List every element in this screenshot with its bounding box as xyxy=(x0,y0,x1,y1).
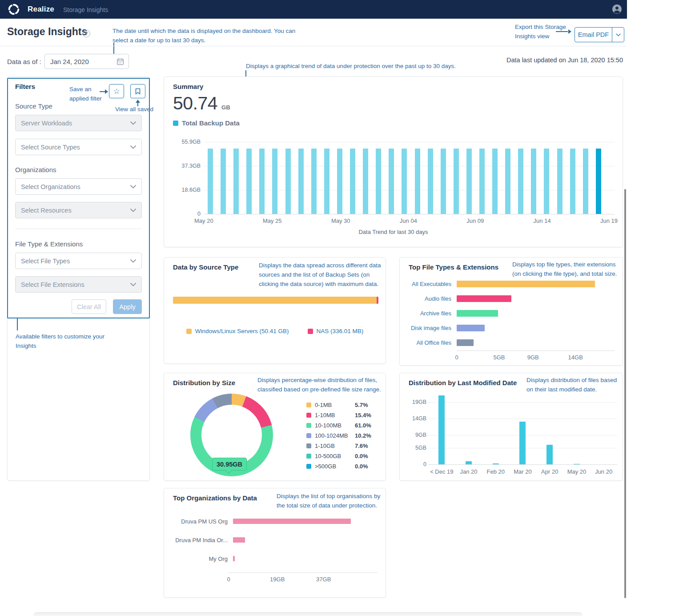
summary-bar[interactable] xyxy=(221,149,226,214)
clear-all-button[interactable]: Clear All xyxy=(72,299,106,314)
brand-name[interactable]: Realize xyxy=(28,5,54,14)
legend-item[interactable]: 0-1MB5.7% xyxy=(306,400,371,410)
summary-bar[interactable] xyxy=(531,149,536,214)
summary-bar[interactable] xyxy=(596,149,601,214)
summary-bar[interactable] xyxy=(376,149,381,214)
summary-bar[interactable] xyxy=(583,149,588,214)
view-saved-filters-button[interactable] xyxy=(130,84,145,98)
legend-item[interactable]: Windows/Linux Servers (50.41 GB) xyxy=(186,328,289,334)
bar[interactable] xyxy=(457,339,474,346)
bar[interactable] xyxy=(233,519,351,524)
summary-bar[interactable] xyxy=(518,149,523,214)
x-axis-label: Jun 14 xyxy=(534,217,551,224)
summary-bar[interactable] xyxy=(505,149,510,214)
summary-bar[interactable] xyxy=(389,149,394,214)
summary-bar[interactable] xyxy=(454,149,459,214)
email-pdf-dropdown-toggle[interactable] xyxy=(612,28,624,42)
file-types-axis-labels: 05GB9GB14GB xyxy=(457,354,615,361)
summary-bar[interactable] xyxy=(466,149,472,214)
chart-row: Druva PM US Org xyxy=(173,519,377,524)
bar[interactable] xyxy=(466,461,472,464)
bar-category-label[interactable]: All Executables xyxy=(409,281,457,287)
summary-bar[interactable] xyxy=(233,149,239,214)
bar[interactable] xyxy=(233,537,245,543)
summary-bar[interactable] xyxy=(441,149,446,214)
y-axis-label: 55.9GB xyxy=(182,139,201,145)
summary-bar[interactable] xyxy=(570,149,575,214)
bar-category-label: Druva PM US Org xyxy=(173,518,233,525)
file-types-dropdown[interactable]: Select File Types xyxy=(15,253,142,269)
summary-bar[interactable] xyxy=(415,149,420,214)
legend-swatch xyxy=(306,403,311,407)
summary-bar[interactable] xyxy=(259,149,265,214)
user-avatar-icon[interactable] xyxy=(612,4,622,14)
bar-segment[interactable] xyxy=(377,297,378,304)
bar[interactable] xyxy=(438,395,445,464)
file-types-rows: All ExecutablesAudio filesArchive filesD… xyxy=(409,281,614,354)
summary-bar[interactable] xyxy=(337,149,342,214)
nav-breadcrumb: Storage Insights xyxy=(63,6,108,13)
help-icon[interactable]: ? xyxy=(83,30,90,37)
x-axis-label: Jan 20 xyxy=(455,468,482,475)
modified-plot xyxy=(428,393,617,464)
summary-bar[interactable] xyxy=(428,149,433,214)
legend-item[interactable]: 100-1024MB10.2% xyxy=(306,431,371,441)
summary-bar[interactable] xyxy=(298,149,304,214)
save-filter-button[interactable]: ☆ xyxy=(109,84,124,98)
legend-item[interactable]: 1-10MB15.4% xyxy=(306,410,371,420)
organizations-dropdown[interactable]: Select Organizations xyxy=(15,178,142,195)
legend-swatch xyxy=(306,443,311,448)
bar[interactable] xyxy=(493,463,499,464)
bar-category-label[interactable]: All Office files xyxy=(409,339,457,346)
date-picker-input[interactable]: Jan 24, 2020 xyxy=(44,54,129,69)
summary-bar[interactable] xyxy=(311,149,317,214)
file-extensions-dropdown[interactable]: Select File Extensions xyxy=(15,276,142,293)
apply-button[interactable]: Apply xyxy=(113,299,142,314)
bar[interactable] xyxy=(457,295,511,302)
calendar-icon[interactable] xyxy=(117,58,124,65)
summary-plot xyxy=(204,142,615,214)
annotation-size-distribution: Displays percentage-wise distribution of… xyxy=(257,376,386,395)
y-axis-label: 0 xyxy=(423,461,426,467)
summary-bar[interactable] xyxy=(324,149,329,214)
bar-category-label[interactable]: Archive files xyxy=(409,310,457,317)
summary-bar[interactable] xyxy=(363,149,368,214)
summary-bar[interactable] xyxy=(285,149,291,214)
bar-segment[interactable] xyxy=(173,297,377,304)
bar[interactable] xyxy=(457,281,595,287)
resources-dropdown[interactable]: Select Resources xyxy=(15,202,142,218)
bar[interactable] xyxy=(457,310,498,317)
source-type-bar xyxy=(173,297,378,304)
server-workloads-dropdown[interactable]: Server Workloads xyxy=(15,115,142,131)
legend-item[interactable]: 1-10GB7.6% xyxy=(306,441,371,451)
summary-bar[interactable] xyxy=(492,149,498,214)
summary-bar[interactable] xyxy=(208,149,213,214)
email-pdf-split-button[interactable]: Email PDF xyxy=(575,27,624,42)
summary-bar[interactable] xyxy=(402,149,407,214)
bar[interactable] xyxy=(233,556,235,561)
summary-bar[interactable] xyxy=(246,149,252,214)
modified-date-title: Distribution by Last Modified Date xyxy=(409,379,517,387)
source-type-card: Data by Source Type Displays the data sp… xyxy=(164,257,386,364)
legend-item[interactable]: >500GB0.0% xyxy=(306,461,371,471)
legend-swatch xyxy=(306,423,311,428)
bar[interactable] xyxy=(519,422,526,464)
bar-category-label[interactable]: Disk image files xyxy=(409,325,457,331)
email-pdf-button[interactable]: Email PDF xyxy=(575,28,612,42)
summary-caption: Data Trend for last 30 days xyxy=(164,229,623,235)
bar-category-label[interactable]: Audio files xyxy=(409,295,457,302)
bar[interactable] xyxy=(457,325,485,331)
header-divider xyxy=(0,46,627,46)
summary-bar[interactable] xyxy=(557,149,562,214)
summary-bar[interactable] xyxy=(544,149,549,214)
legend-item[interactable]: 10-500GB0.0% xyxy=(306,451,371,461)
bar[interactable] xyxy=(574,464,580,464)
summary-bar[interactable] xyxy=(350,149,355,214)
legend-item[interactable]: 10-100MB61.0% xyxy=(306,420,371,431)
summary-bar[interactable] xyxy=(272,149,277,214)
summary-bar[interactable] xyxy=(479,149,485,214)
source-types-dropdown[interactable]: Select Source Types xyxy=(15,139,142,155)
legend-item[interactable]: NAS (336.01 MB) xyxy=(308,328,364,334)
scrollbar-thumb[interactable] xyxy=(624,189,626,598)
bar[interactable] xyxy=(546,445,553,464)
